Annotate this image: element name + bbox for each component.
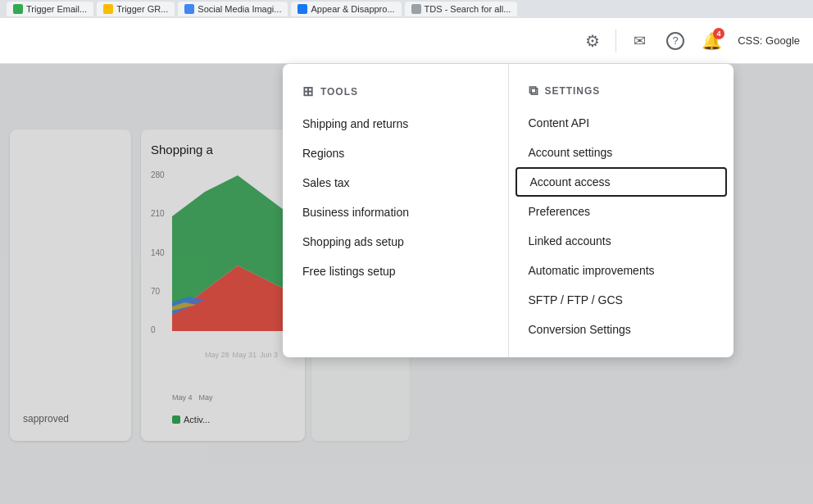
css-google-label: CSS: Google <box>738 34 800 47</box>
settings-item-account-access-label: Account access <box>530 175 611 188</box>
tools-item-free-listings-label: Free listings setup <box>302 265 396 278</box>
tools-item-business-info[interactable]: Business information <box>283 198 508 227</box>
tab-label: Trigger Email... <box>26 4 87 14</box>
settings-item-conversion[interactable]: Conversion Settings <box>509 315 734 344</box>
tab-favicon <box>184 4 194 14</box>
tab-label: TDS - Search for all... <box>425 4 511 14</box>
settings-item-auto-improvements[interactable]: Automatic improvements <box>509 256 734 285</box>
settings-item-account-access[interactable]: Account access <box>516 167 728 197</box>
settings-item-account-settings-label: Account settings <box>529 146 613 159</box>
settings-item-content-api-label: Content API <box>529 116 590 129</box>
settings-item-sftp-label: SFTP / FTP / GCS <box>529 293 623 306</box>
header-icon-group: ⚙ ✉ ? 🔔 4 CSS: Google <box>576 25 800 57</box>
tab-favicon <box>411 4 421 14</box>
settings-item-sftp[interactable]: SFTP / FTP / GCS <box>509 285 734 315</box>
tab-favicon <box>103 4 113 14</box>
tools-header-label: TOOLS <box>320 86 358 98</box>
settings-section-header: ⧉ SETTINGS <box>509 77 734 108</box>
notification-badge: 4 <box>713 28 724 39</box>
settings-item-linked-accounts-label: Linked accounts <box>529 234 611 247</box>
dropdown-settings-col: ⧉ SETTINGS Content API Account settings … <box>509 64 734 357</box>
tab-social-media[interactable]: Social Media Imagi... <box>178 2 288 16</box>
app-header: ⚙ ✉ ? 🔔 4 CSS: Google <box>0 18 813 64</box>
tools-item-shipping[interactable]: Shipping and returns <box>283 109 508 138</box>
dropdown-menu: ⊞ TOOLS Shipping and returns Regions Sal… <box>283 64 734 357</box>
gear-icon: ⚙ <box>585 31 600 51</box>
dropdown-tools-col: ⊞ TOOLS Shipping and returns Regions Sal… <box>283 64 509 357</box>
tab-label: Social Media Imagi... <box>198 4 281 14</box>
settings-item-account-settings[interactable]: Account settings <box>509 138 734 167</box>
tools-item-regions[interactable]: Regions <box>283 138 508 168</box>
settings-item-preferences-label: Preferences <box>529 205 590 218</box>
tools-item-regions-label: Regions <box>302 147 344 160</box>
notification-wrapper: 🔔 4 <box>695 25 728 57</box>
header-divider <box>615 30 616 52</box>
tools-section-header: ⊞ TOOLS <box>283 77 508 109</box>
settings-header-label: SETTINGS <box>544 85 600 97</box>
tools-item-shipping-label: Shipping and returns <box>302 117 408 130</box>
tools-item-shopping-ads[interactable]: Shopping ads setup <box>283 227 508 257</box>
help-icon: ? <box>666 32 684 50</box>
tab-appear-disapprove[interactable]: Appear & Disappro... <box>291 2 401 16</box>
tab-favicon <box>297 4 307 14</box>
help-button[interactable]: ? <box>659 25 692 57</box>
settings-item-content-api[interactable]: Content API <box>509 108 734 138</box>
settings-item-preferences[interactable]: Preferences <box>509 197 734 226</box>
gear-button[interactable]: ⚙ <box>576 25 609 57</box>
main-content: sapproved Shopping a 280 210 140 70 0 Ma… <box>0 64 813 504</box>
tab-label: Appear & Disappro... <box>311 4 394 14</box>
tab-tds-search[interactable]: TDS - Search for all... <box>405 2 518 16</box>
mail-button[interactable]: ✉ <box>623 25 656 57</box>
tools-icon: ⊞ <box>302 84 314 99</box>
tools-item-sales-tax[interactable]: Sales tax <box>283 168 508 198</box>
browser-tab-bar: Trigger Email... Trigger GR... Social Me… <box>0 0 813 18</box>
settings-item-conversion-label: Conversion Settings <box>529 323 631 336</box>
tools-item-shopping-ads-label: Shopping ads setup <box>302 235 404 248</box>
settings-icon: ⧉ <box>529 84 538 98</box>
mail-icon: ✉ <box>634 32 646 50</box>
settings-item-auto-improvements-label: Automatic improvements <box>529 264 655 277</box>
tab-favicon <box>13 4 23 14</box>
tab-label: Trigger GR... <box>116 4 168 14</box>
tools-item-business-info-label: Business information <box>302 206 409 219</box>
settings-item-linked-accounts[interactable]: Linked accounts <box>509 226 734 256</box>
tab-trigger-gr[interactable]: Trigger GR... <box>97 2 175 16</box>
tools-item-free-listings[interactable]: Free listings setup <box>283 257 508 286</box>
tools-item-sales-tax-label: Sales tax <box>302 176 350 189</box>
tab-trigger-email[interactable]: Trigger Email... <box>7 2 93 16</box>
